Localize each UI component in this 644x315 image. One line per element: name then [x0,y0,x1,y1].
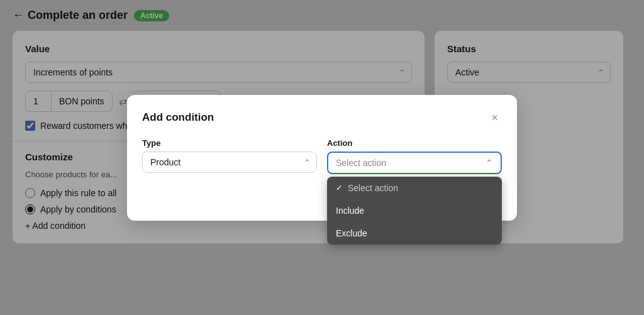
dropdown-item-label-select: Select action [348,183,398,193]
page-background: ← Complete an order Active Value Increme… [0,0,644,315]
action-chevron-icon: ⌃ [486,158,493,168]
dropdown-item-select-action[interactable]: ✓ Select action [327,177,502,199]
action-dropdown: ✓ Select action Include Exclude [327,177,502,245]
action-select-box[interactable]: Select action ⌃ [327,152,502,174]
type-select-wrapper: Product ⌃ [142,152,317,173]
action-field-group: Action Select action ⌃ ✓ Select action I… [327,138,502,174]
dropdown-item-include[interactable]: Include [327,199,502,222]
modal-header: Add condition × [142,110,502,126]
dropdown-item-label-exclude: Exclude [336,228,367,238]
action-label: Action [327,138,502,148]
add-condition-modal: Add condition × Type Product ⌃ Actio [127,95,517,221]
modal-body: Type Product ⌃ Action Select action ⌃ [142,138,502,174]
dropdown-item-exclude[interactable]: Exclude [327,222,502,245]
type-select[interactable]: Product [142,152,317,173]
action-placeholder: Select action [336,158,386,168]
modal-overlay: Add condition × Type Product ⌃ Actio [0,0,644,315]
type-field-group: Type Product ⌃ [142,138,317,174]
type-label: Type [142,138,317,148]
dropdown-item-label-include: Include [336,206,364,216]
check-icon: ✓ [336,183,343,192]
modal-title: Add condition [142,111,214,124]
modal-close-button[interactable]: × [487,110,502,126]
